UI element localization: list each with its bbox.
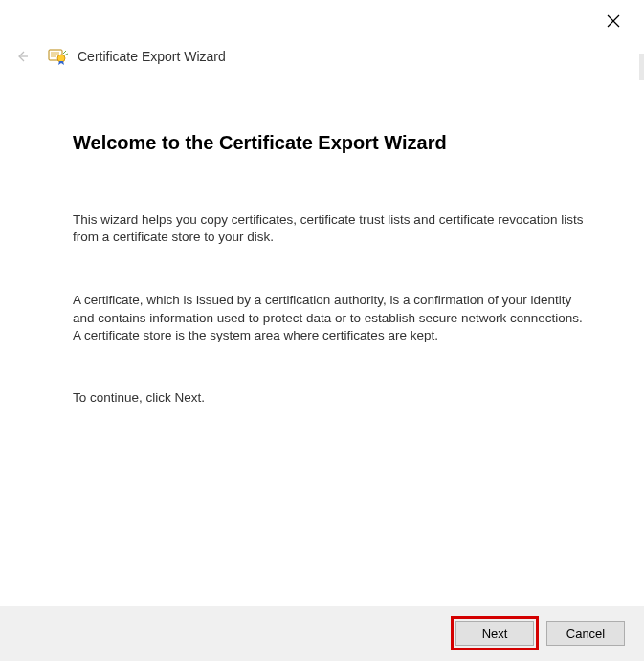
continue-instruction: To continue, click Next. (73, 390, 589, 405)
close-icon (607, 14, 620, 28)
cancel-button[interactable]: Cancel (546, 621, 625, 646)
next-button[interactable]: Next (455, 621, 534, 646)
close-button[interactable] (606, 13, 621, 29)
page-heading: Welcome to the Certificate Export Wizard (73, 132, 589, 154)
next-button-highlight: Next (451, 616, 539, 650)
intro-paragraph-1: This wizard helps you copy certificates,… (73, 211, 589, 246)
intro-paragraph-2: A certificate, which is issued by a cert… (73, 292, 589, 344)
svg-point-7 (57, 55, 65, 62)
wizard-header: Certificate Export Wizard (14, 48, 226, 65)
content-area: Welcome to the Certificate Export Wizard… (73, 132, 589, 405)
back-button[interactable] (14, 49, 30, 64)
scrollbar-fragment (639, 54, 644, 80)
certificate-icon (47, 48, 68, 65)
back-arrow-icon (15, 50, 29, 63)
footer-bar: Next Cancel (0, 606, 644, 661)
wizard-title: Certificate Export Wizard (78, 49, 226, 64)
